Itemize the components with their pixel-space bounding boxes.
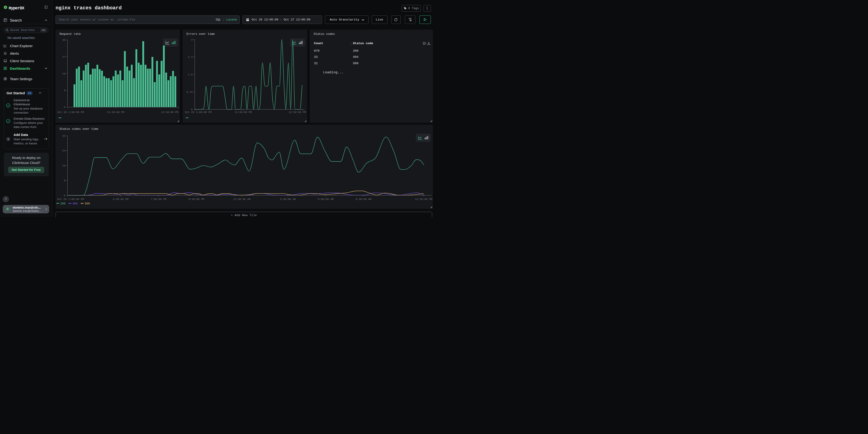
svg-text:Oct 26 1:00:00 PM: Oct 26 1:00:00 PM	[57, 197, 84, 200]
svg-text:9:30:00 PM: 9:30:00 PM	[189, 197, 204, 200]
svg-text:200: 200	[60, 202, 66, 205]
svg-text:11:30:00 PM: 11:30:00 PM	[234, 111, 252, 114]
svg-text:Oct 26 1:00:00 PM: Oct 26 1:00:00 PM	[185, 111, 211, 114]
svg-text:500: 500	[85, 202, 90, 205]
svg-text:12:30:00 AM: 12:30:00 AM	[233, 197, 250, 200]
svg-text:8: 8	[64, 179, 65, 182]
svg-text:18: 18	[62, 72, 65, 75]
svg-text:12:30:00 PM: 12:30:00 PM	[415, 197, 432, 200]
svg-text:0: 0	[64, 194, 65, 197]
svg-text:12:30:00 PM: 12:30:00 PM	[161, 111, 178, 114]
svg-text:3: 3	[191, 38, 193, 41]
svg-text:16: 16	[62, 164, 65, 167]
svg-text:7:00:00 PM: 7:00:00 PM	[151, 197, 166, 200]
svg-text:1.5: 1.5	[188, 73, 193, 76]
svg-text:Oct 26 1:00:00 PM: Oct 26 1:00:00 PM	[57, 111, 84, 114]
svg-text:6:00:00 AM: 6:00:00 AM	[318, 197, 333, 200]
svg-text:9: 9	[64, 89, 65, 92]
svg-text:36: 36	[62, 38, 65, 41]
svg-text:0.75: 0.75	[186, 91, 193, 94]
svg-text:2.3: 2.3	[188, 56, 193, 59]
svg-text:3:30:00 AM: 3:30:00 AM	[280, 197, 296, 200]
svg-text:32: 32	[62, 134, 65, 137]
svg-text:8:30:00 AM: 8:30:00 AM	[356, 197, 371, 200]
svg-text:0: 0	[64, 106, 65, 108]
svg-text:404: 404	[72, 202, 78, 205]
svg-text:12:30:00 PM: 12:30:00 PM	[288, 111, 306, 114]
svg-text:4:30:00 PM: 4:30:00 PM	[113, 197, 128, 200]
svg-text:24: 24	[62, 149, 65, 152]
svg-text:27: 27	[62, 55, 65, 58]
svg-text:11:30:00 PM: 11:30:00 PM	[107, 111, 124, 114]
